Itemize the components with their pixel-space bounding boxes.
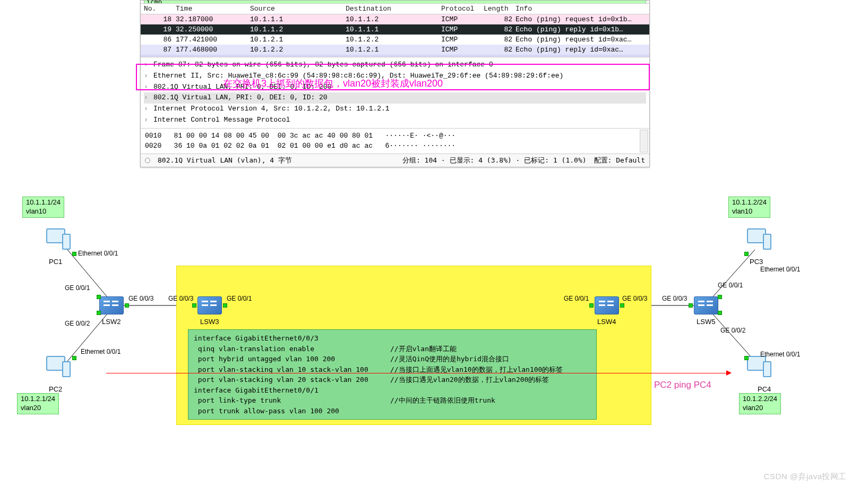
config-line: port link-type trunk//中间的主干链路依旧使用trunk [194, 395, 591, 406]
packet-row[interactable]: 1932.25000010.1.1.210.1.1.1ICMP82Echo (p… [141, 24, 649, 35]
config-line: port vlan-stacking vlan 20 stack-vlan 20… [194, 375, 591, 385]
packet-bytes-pane[interactable]: 0010 81 00 00 14 08 00 45 00 00 3c ac ac… [141, 128, 649, 154]
link-dot [620, 303, 624, 308]
config-code-block: interface GigabitEthernet0/0/3 qinq vlan… [188, 329, 597, 420]
topology-canvas: PC1 10.1.1.1/24 vlan10 Ethernet 0/0/1 PC… [17, 197, 850, 430]
port-ge001: GE 0/0/1 [564, 295, 589, 302]
pc4-ip-chip: 10.1.2.2/24 vlan20 [739, 393, 781, 414]
link-dot [744, 356, 749, 360]
col-proto[interactable]: Protocol [441, 5, 484, 13]
packet-details-pane[interactable]: ›Frame 87: 82 bytes on wire (656 bits), … [141, 57, 649, 128]
lsw4-icon[interactable] [595, 296, 619, 314]
scrollbar[interactable] [640, 130, 648, 152]
port-ge001: GE 0/0/1 [227, 295, 252, 302]
port-ge003: GE 0/0/3 [622, 295, 647, 302]
col-src[interactable]: Source [250, 5, 346, 13]
pc3-icon[interactable] [747, 228, 774, 255]
annotation-text: 在交换机3上抓到的数据包，vlan20被封装成vlan200 [223, 77, 443, 90]
col-dst[interactable]: Destination [346, 5, 441, 13]
lsw5-icon[interactable] [694, 296, 718, 314]
pc2-ip-chip: 10.1.2.1/24 vlan20 [17, 393, 59, 414]
link-dot [718, 311, 722, 315]
packet-row[interactable]: 87177.46800010.1.2.210.1.2.1ICMP82Echo (… [141, 45, 649, 55]
pc2-label: PC2 [49, 385, 62, 393]
packet-list-header: No. Time Source Destination Protocol Len… [141, 4, 649, 14]
detail-line[interactable]: ›Frame 87: 82 bytes on wire (656 bits), … [144, 59, 646, 71]
port-ge002: GE 0/0/2 [720, 327, 745, 334]
status-field: 802.1Q Virtual LAN (vlan), 4 字节 [158, 156, 292, 165]
lsw3-icon[interactable] [197, 296, 222, 314]
pc1-label: PC1 [49, 258, 62, 266]
status-packets: 分组: 104 · 已显示: 4 (3.8%) · 已标记: 1 (1.0%) [402, 156, 587, 165]
config-line: interface GigabitEthernet0/0/3 [194, 333, 591, 344]
lsw4-label: LSW4 [597, 318, 616, 326]
ping-arrow [106, 373, 726, 373]
pc4-port: Ethernet 0/0/1 [760, 351, 800, 358]
svg-line-0 [67, 250, 110, 300]
lsw2-icon[interactable] [99, 296, 124, 314]
packet-row[interactable]: 86177.42100010.1.2.110.1.2.2ICMP82Echo (… [141, 35, 649, 45]
pc2-port: Ethernet 0/0/1 [81, 348, 121, 355]
lsw2-label: LSW2 [102, 318, 121, 326]
lsw3-label: LSW3 [200, 318, 219, 326]
ping-arrow-head [726, 370, 732, 376]
col-time[interactable]: Time [176, 5, 250, 13]
link-dot [97, 295, 101, 299]
statusbar: 802.1Q Virtual LAN (vlan), 4 字节 分组: 104 … [141, 154, 649, 167]
config-line: qinq vlan-translation enable//开启vlan翻译工能 [194, 344, 591, 354]
lsw5-label: LSW5 [697, 318, 715, 326]
link-dot [97, 311, 101, 315]
link-dot [689, 303, 693, 308]
port-ge003: GE 0/0/3 [128, 295, 153, 302]
config-line: port trunk allow-pass vlan 100 200 [194, 406, 591, 416]
link-dot [744, 252, 749, 256]
config-line: port hybrid untagged vlan 100 200//灵活Qin… [194, 354, 591, 364]
port-ge001: GE 0/0/1 [718, 282, 743, 289]
expert-info-icon[interactable] [145, 158, 150, 163]
link-dot [72, 252, 76, 256]
pc2-icon[interactable] [46, 356, 73, 382]
pc1-ip-chip: 10.1.1.1/24 vlan10 [22, 197, 64, 218]
pc3-label: PC3 [750, 258, 763, 266]
col-no[interactable]: No. [144, 5, 176, 13]
link-dot [192, 303, 196, 308]
packet-list[interactable]: 1832.18700010.1.1.110.1.1.2ICMP82Echo (p… [141, 14, 649, 57]
port-ge003: GE 0/0/3 [168, 295, 193, 302]
packet-row[interactable]: 1832.18700010.1.1.110.1.1.2ICMP82Echo (p… [141, 14, 649, 24]
ping-label: PC2 ping PC4 [654, 380, 711, 390]
detail-line[interactable]: ›802.1Q Virtual LAN, PRI: 0, DEI: 0, ID:… [144, 92, 646, 104]
status-profile: 配置: Default [594, 156, 645, 165]
watermark: CSDN @弃java投网工 [764, 472, 847, 482]
pc1-icon[interactable] [46, 228, 73, 255]
svg-line-5 [710, 250, 755, 300]
link-dot [718, 295, 722, 299]
hex-line: 0020 36 10 0a 01 02 02 0a 01 02 01 00 00… [145, 141, 645, 151]
col-info[interactable]: Info [515, 5, 646, 13]
config-line: interface GigabitEthernet0/0/1 [194, 385, 591, 396]
link-dot [589, 303, 594, 308]
pc3-port: Ethernet 0/0/1 [760, 266, 800, 273]
link-dot [223, 303, 227, 308]
pc3-ip-chip: 10.1.1.2/24 vlan10 [728, 197, 770, 218]
port-ge002: GE 0/0/2 [65, 320, 90, 327]
port-ge001: GE 0/0/1 [65, 284, 90, 292]
pc4-label: PC4 [758, 385, 771, 393]
link-dot [72, 356, 76, 360]
port-ge003: GE 0/0/3 [662, 295, 687, 302]
detail-line[interactable]: ›Internet Control Message Protocol [144, 115, 646, 126]
hex-line: 0010 81 00 00 14 08 00 45 00 00 3c ac ac… [145, 131, 645, 141]
pc4-icon[interactable] [747, 356, 774, 382]
col-len[interactable]: Length [484, 5, 515, 13]
svg-line-6 [710, 311, 755, 361]
detail-line[interactable]: ›Internet Protocol Version 4, Src: 10.1.… [144, 104, 646, 115]
link-dot [125, 303, 129, 308]
pc1-port: Ethernet 0/0/1 [78, 250, 118, 257]
